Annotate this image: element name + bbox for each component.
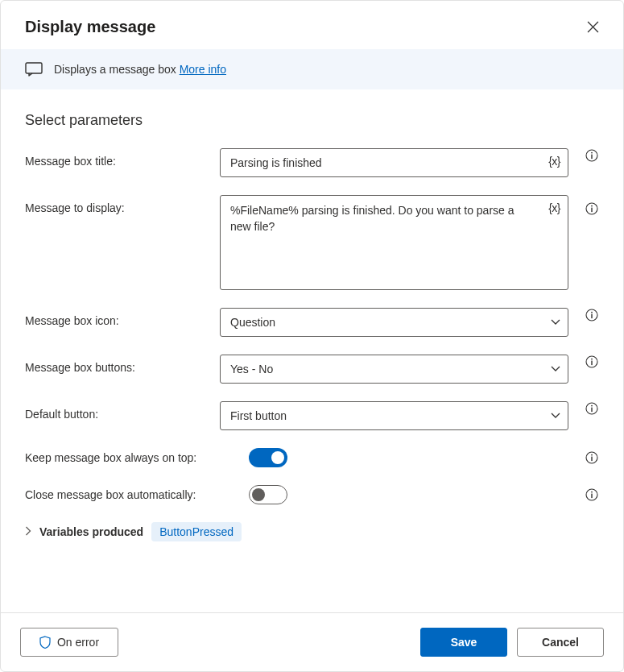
insert-variable-button[interactable]: {x}: [548, 155, 560, 168]
message-help[interactable]: [585, 201, 599, 216]
buttons-select-label: Message box buttons:: [25, 355, 212, 374]
icon-help[interactable]: [585, 308, 599, 322]
banner-description: Displays a message box: [54, 63, 176, 76]
banner-text: Displays a message box More info: [54, 63, 226, 76]
icon-select[interactable]: Question: [220, 308, 568, 337]
on-error-button[interactable]: On error: [20, 628, 118, 657]
variables-produced-label: Variables produced: [39, 525, 143, 538]
buttons-select[interactable]: Yes - No: [220, 355, 568, 384]
svg-rect-12: [591, 361, 592, 366]
toggle-knob: [271, 451, 284, 464]
info-icon: [585, 355, 598, 368]
chevron-right-icon: [25, 526, 31, 536]
section-title: Select parameters: [25, 112, 599, 129]
close-icon: [587, 21, 599, 33]
variable-chip[interactable]: ButtonPressed: [151, 522, 242, 541]
svg-point-20: [591, 492, 593, 493]
autoclose-help[interactable]: [585, 487, 599, 502]
svg-point-17: [591, 454, 593, 456]
autoclose-toggle[interactable]: [249, 485, 287, 504]
svg-rect-3: [591, 155, 592, 160]
default-select[interactable]: First button: [220, 401, 568, 430]
title-label: Message box title:: [25, 148, 212, 168]
default-select-label: Default button:: [25, 401, 212, 421]
autoclose-label: Close message box automatically:: [25, 488, 241, 501]
svg-point-14: [591, 405, 593, 407]
message-box-icon: [25, 62, 43, 77]
svg-rect-0: [26, 63, 42, 73]
cancel-button[interactable]: Cancel: [517, 628, 604, 657]
message-label: Message to display:: [25, 195, 212, 214]
svg-point-11: [591, 359, 593, 360]
svg-rect-21: [591, 494, 592, 499]
info-banner: Displays a message box More info: [1, 49, 623, 89]
svg-point-8: [591, 312, 593, 313]
dialog-title: Display message: [25, 18, 155, 36]
on-error-label: On error: [57, 636, 99, 649]
ontop-help[interactable]: [585, 450, 599, 465]
svg-rect-9: [591, 314, 592, 319]
info-icon: [585, 402, 598, 415]
svg-rect-15: [591, 408, 592, 413]
shield-icon: [39, 636, 51, 649]
info-icon: [585, 202, 598, 215]
titlebar: Display message: [1, 1, 623, 49]
info-icon: [585, 309, 598, 321]
variables-produced-row: Variables produced ButtonPressed: [25, 522, 599, 541]
svg-rect-18: [591, 457, 592, 462]
ontop-label: Keep message box always on top:: [25, 451, 241, 464]
message-input[interactable]: [220, 195, 568, 290]
svg-point-2: [591, 152, 593, 154]
toggle-knob: [252, 488, 265, 501]
title-help[interactable]: [585, 148, 599, 163]
more-info-link[interactable]: More info: [180, 63, 226, 76]
icon-select-label: Message box icon:: [25, 308, 212, 327]
save-button[interactable]: Save: [420, 628, 507, 657]
info-icon: [585, 488, 598, 501]
ontop-toggle[interactable]: [249, 448, 287, 467]
icon-select-value: Question: [230, 316, 275, 329]
buttons-select-value: Yes - No: [230, 363, 273, 375]
display-message-dialog: Display message Displays a message box M…: [0, 0, 624, 672]
info-icon: [585, 149, 598, 162]
default-select-value: First button: [230, 409, 287, 422]
svg-point-5: [591, 205, 593, 207]
close-button[interactable]: [581, 15, 604, 38]
svg-rect-6: [591, 208, 592, 213]
buttons-help[interactable]: [585, 355, 599, 369]
insert-variable-button[interactable]: {x}: [548, 201, 560, 214]
dialog-footer: On error Save Cancel: [1, 612, 623, 671]
parameters-section: Select parameters Message box title: {x}…: [1, 89, 623, 612]
variables-expand[interactable]: [25, 525, 31, 538]
title-input[interactable]: [220, 148, 568, 177]
info-icon: [585, 451, 598, 464]
default-help[interactable]: [585, 401, 599, 416]
